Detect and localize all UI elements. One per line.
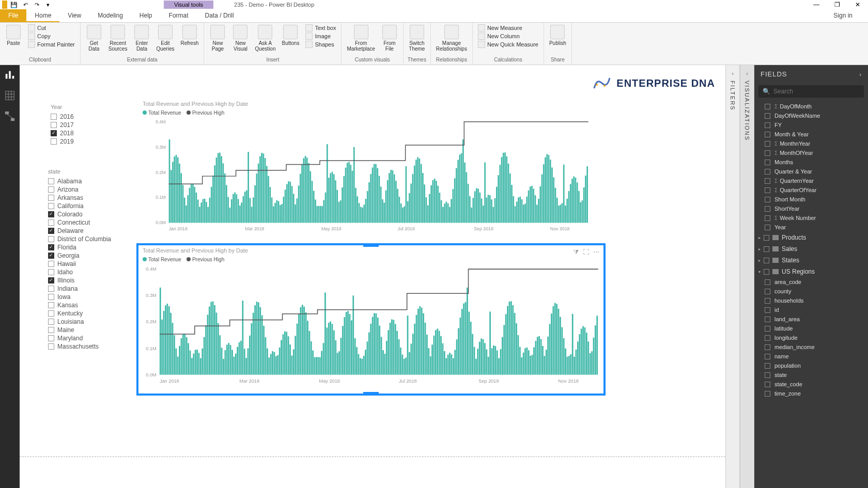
slicer-option[interactable]: Georgia: [48, 252, 111, 259]
field-item[interactable]: FY: [754, 120, 868, 130]
new-visual-button[interactable]: New Visual: [230, 24, 251, 53]
field-table[interactable]: ▾US Regions: [754, 266, 868, 277]
field-item[interactable]: ΣMonthnYear: [754, 139, 868, 148]
redo-icon[interactable]: ↷: [32, 1, 41, 9]
cut-button[interactable]: Cut: [26, 24, 77, 32]
qat-dropdown-icon[interactable]: ▾: [43, 1, 53, 9]
field-item[interactable]: state: [754, 370, 868, 380]
field-item[interactable]: ΣMonthOfYear: [754, 148, 868, 158]
field-item[interactable]: latitude: [754, 324, 868, 333]
slicer-option[interactable]: Arkansas: [48, 194, 111, 201]
paste-button[interactable]: Paste: [3, 24, 24, 47]
filter-icon[interactable]: ⧩: [574, 248, 579, 256]
field-item[interactable]: county: [754, 287, 868, 296]
slicer-option[interactable]: 2016: [51, 113, 74, 120]
slicer-option[interactable]: Massachusetts: [48, 343, 111, 350]
field-item[interactable]: Quarter & Year: [754, 167, 868, 176]
checkbox-icon[interactable]: [48, 228, 54, 234]
field-item[interactable]: area_code: [754, 277, 868, 287]
focus-mode-icon[interactable]: ⛶: [583, 248, 589, 256]
buttons-button[interactable]: Buttons: [280, 24, 302, 47]
field-item[interactable]: ΣWeek Number: [754, 213, 868, 223]
publish-button[interactable]: Publish: [547, 24, 568, 47]
filters-pane-collapsed[interactable]: ‹ FILTERS: [725, 65, 740, 488]
field-item[interactable]: id: [754, 305, 868, 314]
checkbox-icon[interactable]: [48, 244, 54, 250]
from-marketplace-button[interactable]: From Marketplace: [345, 24, 377, 53]
chart-top[interactable]: Total Revenue and Previous High by Date …: [138, 99, 603, 241]
checkbox-icon[interactable]: [48, 253, 54, 259]
checkbox-icon[interactable]: [48, 310, 54, 317]
slicer-option[interactable]: Delaware: [48, 227, 111, 234]
slicer-option[interactable]: Colorado: [48, 211, 111, 218]
slicer-option[interactable]: Iowa: [48, 293, 111, 301]
slicer-option[interactable]: Arizona: [48, 186, 111, 193]
field-item[interactable]: ShortYear: [754, 204, 868, 213]
checkbox-icon[interactable]: [48, 186, 54, 193]
field-item[interactable]: households: [754, 296, 868, 305]
copy-button[interactable]: Copy: [26, 32, 77, 40]
slicer-option[interactable]: Illinois: [48, 277, 111, 284]
data-view-icon[interactable]: [4, 90, 16, 101]
slicer-option[interactable]: California: [48, 202, 111, 210]
checkbox-icon[interactable]: [51, 130, 57, 136]
checkbox-icon[interactable]: [48, 203, 54, 209]
report-canvas[interactable]: ENTERPRISE DNA Year 2016201720182019 sta…: [20, 65, 725, 488]
model-view-icon[interactable]: [4, 111, 16, 122]
checkbox-icon[interactable]: [48, 327, 54, 333]
slicer-option[interactable]: District of Columbia: [48, 235, 111, 243]
close-icon[interactable]: ✕: [847, 1, 868, 8]
checkbox-icon[interactable]: [48, 219, 54, 226]
format-painter-button[interactable]: Format Painter: [26, 40, 77, 49]
manage-relationships-button[interactable]: Manage Relationships: [434, 24, 469, 53]
field-item[interactable]: land_area: [754, 314, 868, 324]
edit-queries-button[interactable]: Edit Queries: [154, 24, 176, 53]
checkbox-icon[interactable]: [48, 294, 54, 300]
collapse-fields-icon[interactable]: ›: [859, 71, 862, 77]
save-icon[interactable]: 💾: [9, 1, 19, 9]
checkbox-icon[interactable]: [48, 302, 54, 308]
year-slicer[interactable]: Year 2016201720182019: [51, 104, 74, 146]
minimize-icon[interactable]: —: [806, 1, 827, 8]
field-item[interactable]: population: [754, 361, 868, 370]
checkbox-icon[interactable]: [48, 236, 54, 242]
refresh-button[interactable]: Refresh: [178, 24, 200, 47]
checkbox-icon[interactable]: [48, 319, 54, 325]
tab-format[interactable]: Format: [161, 9, 197, 22]
fields-search[interactable]: 🔍: [758, 85, 864, 98]
slicer-option[interactable]: Florida: [48, 244, 111, 251]
field-item[interactable]: ΣDayOfMonth: [754, 102, 868, 111]
checkbox-icon[interactable]: [48, 178, 54, 184]
field-item[interactable]: ΣQuarterOfYear: [754, 185, 868, 195]
slicer-option[interactable]: Connecticut: [48, 219, 111, 226]
tab-help[interactable]: Help: [131, 9, 161, 22]
slicer-option[interactable]: Kentucky: [48, 310, 111, 317]
checkbox-icon[interactable]: [48, 211, 54, 217]
slicer-option[interactable]: Idaho: [48, 269, 111, 276]
resize-handle-bottom[interactable]: [363, 392, 379, 395]
slicer-option[interactable]: 2017: [51, 121, 74, 129]
field-table[interactable]: ▸Products: [754, 232, 868, 243]
field-table[interactable]: ▸Sales: [754, 243, 868, 255]
switch-theme-button[interactable]: Switch Theme: [407, 24, 427, 53]
undo-icon[interactable]: ↶: [21, 1, 30, 9]
field-table[interactable]: ▸States: [754, 255, 868, 266]
slicer-option[interactable]: Kansas: [48, 302, 111, 309]
slicer-option[interactable]: Maryland: [48, 335, 111, 342]
checkbox-icon[interactable]: [48, 269, 54, 275]
get-data-button[interactable]: Get Data: [84, 24, 104, 53]
report-view-icon[interactable]: [4, 69, 16, 81]
slicer-option[interactable]: Louisiana: [48, 318, 111, 325]
visualizations-pane-collapsed[interactable]: ‹ VISUALIZATIONS: [740, 65, 754, 488]
slicer-option[interactable]: 2019: [51, 138, 74, 145]
checkbox-icon[interactable]: [51, 122, 57, 128]
ask-question-button[interactable]: Ask A Question: [253, 24, 277, 53]
chart-bottom[interactable]: ⧩ ⛶ ⋯ Total Revenue and Previous High by…: [136, 243, 606, 396]
field-item[interactable]: ΣQuarternYear: [754, 176, 868, 185]
slicer-option[interactable]: Indiana: [48, 285, 111, 292]
checkbox-icon[interactable]: [51, 138, 57, 145]
new-page-button[interactable]: New Page: [207, 24, 228, 53]
tab-data-drill[interactable]: Data / Drill: [197, 9, 242, 22]
field-item[interactable]: Year: [754, 223, 868, 232]
resize-handle-top[interactable]: [363, 244, 379, 247]
